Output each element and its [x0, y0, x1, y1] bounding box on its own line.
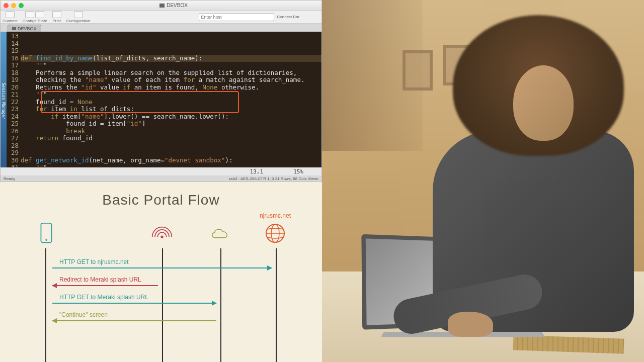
- disconnect-button[interactable]: [35, 11, 44, 18]
- tab-bar: DEVBOX: [1, 24, 321, 32]
- phone-icon: [35, 222, 57, 246]
- code-area[interactable]: def find_id_by_name(list_of_dicts, searc…: [21, 32, 321, 167]
- arrow-label: Redirect to Meraki splash URL: [59, 276, 141, 283]
- toolbar-group-config: Configuration: [66, 11, 91, 23]
- cloud-icon: [209, 222, 231, 246]
- code-line[interactable]: for item in list_of_dicts:: [21, 106, 321, 113]
- tab-devbox[interactable]: DEVBOX: [8, 25, 41, 32]
- toolbar-group-print: Print: [52, 11, 61, 23]
- code-line[interactable]: Returns the "id" value if an item is fou…: [21, 84, 321, 92]
- lane-globe: [276, 248, 277, 362]
- connect-button[interactable]: [6, 11, 15, 18]
- code-line[interactable]: break: [21, 128, 321, 135]
- toolbar: Connect Change State Print Configuration…: [1, 11, 321, 24]
- lane-phone: [45, 248, 46, 362]
- line-gutter: 1314151617181920212223242526272829303132: [7, 32, 21, 167]
- flow-arrow: Redirect to Meraki splash URL: [52, 285, 158, 286]
- flow-arrow: "Continue" screen: [52, 320, 216, 321]
- marketing-photo: [322, 0, 644, 362]
- toolbar-group-change-state: Change State: [23, 11, 47, 23]
- window-title: DEVBOX: [167, 3, 188, 8]
- arrow-label: HTTP GET to njrusmc.net: [59, 258, 129, 265]
- code-line[interactable]: """: [21, 91, 321, 99]
- minimize-icon[interactable]: [11, 3, 16, 8]
- maximize-icon[interactable]: [19, 3, 24, 8]
- diagram-title: Basic Portal Flow: [0, 192, 322, 208]
- code-line[interactable]: found_id = None: [21, 99, 321, 106]
- host-input[interactable]: [199, 13, 274, 21]
- access-point-icon: [151, 222, 173, 246]
- svg-point-1: [45, 239, 47, 241]
- code-line[interactable]: def get_network_id(net_name, org_name="d…: [21, 157, 321, 164]
- toolbar-group-connect: Connect: [3, 11, 18, 23]
- print-button[interactable]: [52, 11, 61, 18]
- code-editor[interactable]: Session Manager 131415161718192021222324…: [1, 32, 321, 167]
- close-icon[interactable]: [4, 3, 9, 8]
- arrow-label: HTTP GET to Meraki splash URL: [59, 294, 148, 301]
- code-line[interactable]: """: [21, 62, 321, 69]
- code-line[interactable]: found_id = item["id"]: [21, 120, 321, 128]
- flow-diagram: Basic Portal Flow njrusmc.net: [0, 182, 322, 362]
- terminal-icon: [159, 4, 165, 8]
- window-titlebar[interactable]: DEVBOX: [1, 1, 321, 11]
- svg-point-2: [160, 235, 163, 238]
- cursor-position: 13,1: [250, 168, 264, 175]
- status-ready: Ready: [4, 176, 15, 181]
- code-line[interactable]: checking the "name" value of each item f…: [21, 76, 321, 84]
- code-line[interactable]: """: [21, 164, 321, 167]
- code-line[interactable]: [21, 149, 321, 157]
- flow-arrow: HTTP GET to njrusmc.net: [52, 267, 272, 268]
- lane-ap: [162, 248, 163, 362]
- code-line[interactable]: if item["name"].lower() == search_name.l…: [21, 113, 321, 121]
- terminal-app-window: DEVBOX Connect Change State Print Confi: [0, 0, 322, 182]
- code-line[interactable]: def find_id_by_name(list_of_dicts, searc…: [21, 55, 321, 62]
- app-status-bar: Ready ssh2 : AES-256-CTR 1, 0 21 Rows, 8…: [1, 175, 321, 182]
- code-line[interactable]: Performs a simple linear search on the s…: [21, 69, 321, 77]
- editor-status-bar: 13,1 15%: [1, 167, 321, 175]
- reconnect-button[interactable]: [25, 11, 34, 18]
- lane-cloud: [220, 248, 221, 362]
- flow-arrow: HTTP GET to Meraki splash URL: [52, 303, 216, 304]
- globe-label: njrusmc.net: [250, 212, 300, 219]
- code-line[interactable]: return found_id: [21, 135, 321, 142]
- connect-bar-label: Connect Bar: [277, 15, 299, 19]
- scroll-percent: 15%: [293, 168, 303, 175]
- session-manager-handle[interactable]: Session Manager: [1, 32, 7, 167]
- code-line[interactable]: [21, 142, 321, 150]
- config-button[interactable]: [74, 11, 83, 18]
- status-connection: ssh2 : AES-256-CTR 1, 0 21 Rows, 88 Cols…: [229, 176, 318, 181]
- globe-icon: njrusmc.net: [264, 222, 286, 246]
- arrow-label: "Continue" screen: [59, 311, 108, 318]
